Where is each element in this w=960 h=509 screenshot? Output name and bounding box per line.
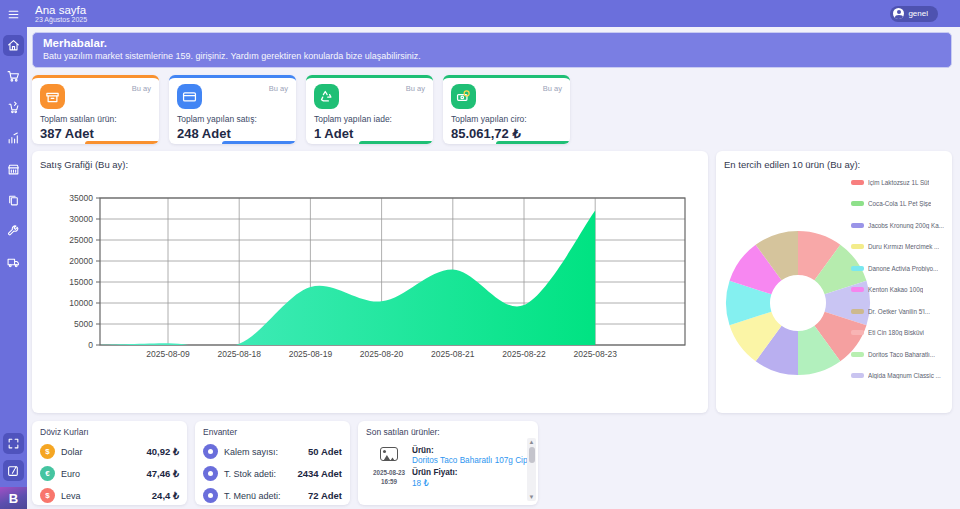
legend-item[interactable]: Coca-Cola 1L Pet Şişe [851,199,947,209]
scrollbar-thumb[interactable] [529,447,535,463]
product-label: Ürün: [412,446,532,455]
stat-card-sales: Bu ay Toplam yapılan satış: 248 Adet [169,75,296,144]
return-cart-icon [7,101,20,114]
inventory-value: 72 Adet [308,490,342,501]
svg-text:2025-08-21: 2025-08-21 [431,349,475,359]
legend-swatch [851,330,864,335]
stat-card-returns: Bu ay Toplam yapılan iade: 1 Adet [306,75,433,144]
bullet-dot-icon [203,488,218,503]
inventory-row: T. Menü adeti: 72 Adet [203,488,342,503]
stat-label: Toplam yapılan ciro: [451,114,562,124]
sidebar-item-store[interactable] [3,159,24,180]
page-title: Ana sayfa [35,4,87,16]
stat-value: 1 Adet [314,126,425,141]
money-icon [451,84,476,109]
stat-value: 248 Adet [177,126,288,141]
svg-text:2025-08-18: 2025-08-18 [217,349,261,359]
legend-item[interactable]: Eti Cin 180g Bisküvi [851,328,947,338]
sidebar-item-delivery[interactable] [3,252,24,273]
stat-label: Toplam yapılan satış: [177,114,288,124]
top10-panel: En tercih edilen 10 ürün (Bu ay): İçim L… [716,151,952,413]
store-icon [7,163,20,176]
currency-row-dolar: $ Dolar 40,92 ₺ [40,444,179,459]
stat-accent-bar [359,141,433,144]
inventory-title: Envanter [203,427,342,437]
legend-label: Jacobs Kronung 200g Ka... [868,222,944,229]
scroll-down-button[interactable]: ▼ [527,493,536,501]
currency-name: Euro [61,469,80,479]
currency-value: 47,46 ₺ [147,468,179,479]
legend-item[interactable]: Kenton Kakao 100g [851,285,947,295]
period-badge: Bu ay [406,84,425,93]
copy-icon [7,194,20,207]
inventory-label: T. Menü adeti: [224,491,281,501]
price-link[interactable]: 18 ₺ [412,478,532,488]
legend-label: Eti Cin 180g Bisküvi [868,329,924,336]
sidebar-item-returns[interactable] [3,97,24,118]
fullscreen-button[interactable] [3,433,24,454]
menu-icon[interactable] [3,4,24,25]
svg-text:2025-08-20: 2025-08-20 [360,349,404,359]
inventory-value: 2434 Adet [297,468,342,479]
legend-item[interactable]: İçim Laktozsuz 1L Süt [851,177,947,187]
legend-item[interactable]: Dr. Oetker Vanilin 5'l... [851,306,947,316]
stat-accent-bar [222,141,296,144]
euro-coin-icon: € [40,466,55,481]
stat-label: Toplam satılan ürün: [40,114,151,124]
scroll-up-button[interactable]: ▲ [527,438,536,446]
legend-label: Doritos Taco Baharatlı... [868,351,935,358]
currency-value: 40,92 ₺ [147,446,179,457]
cart-icon [7,70,20,83]
inventory-row: T. Stok adeti: 2434 Adet [203,466,342,481]
sidebar-item-sales[interactable] [3,66,24,87]
product-link[interactable]: Doritos Taco Baharatlı 107g Cips [412,456,532,465]
legend-swatch [851,244,864,249]
stat-value: 85.061,72 ₺ [451,126,562,141]
sidebar-item-home[interactable] [3,35,24,56]
sidebar-item-statistics[interactable] [3,128,24,149]
sidebar-item-documents[interactable] [3,190,24,211]
sidebar-item-settings[interactable] [3,221,24,242]
legend-label: Kenton Kakao 100g [868,286,923,293]
inventory-label: T. Stok adeti: [224,469,276,479]
scrollbar[interactable]: ▲ ▼ [527,438,536,501]
svg-text:0: 0 [88,340,93,350]
legend-item[interactable]: Algida Magnum Classic ... [851,371,947,381]
fullscreen-icon [7,437,20,450]
stats-icon [7,132,20,145]
dollar-coin-icon: $ [40,444,55,459]
sidebar: B [0,0,27,509]
legend-label: İçim Laktozsuz 1L Süt [868,179,929,186]
stat-cards-row: Bu ay Toplam satılan ürün: 387 Adet Bu a… [32,75,952,144]
legend-label: Coca-Cola 1L Pet Şişe [868,200,931,207]
currency-name: Dolar [61,447,83,457]
price-label: Ürün Fiyatı: [412,468,532,477]
top10-legend: İçim Laktozsuz 1L SütCoca-Cola 1L Pet Şi… [851,177,947,392]
currency-row-leva: $ Leva 24,4 ₺ [40,488,179,503]
currency-card: Döviz Kurları $ Dolar 40,92 ₺ € Euro 47,… [32,421,187,505]
svg-text:25000: 25000 [69,235,93,245]
legend-swatch [851,352,864,357]
product-image-icon [380,447,398,461]
legend-item[interactable]: Doritos Taco Baharatlı... [851,349,947,359]
legend-label: Duru Kırmızı Mercimek ... [868,243,939,250]
currency-row-euro: € Euro 47,46 ₺ [40,466,179,481]
edit-button[interactable] [3,460,24,481]
box-icon [40,84,65,109]
sales-chart-title: Satış Grafiği (Bu ay): [40,159,700,170]
bullet-dot-icon [203,466,218,481]
sales-area-chart: 050001000015000200002500030000350002025-… [40,170,700,370]
profile-button[interactable]: genel [890,6,938,22]
inventory-label: Kalem sayısı: [224,447,278,457]
page-date: 23 Ağustos 2025 [35,16,87,23]
truck-icon [7,256,20,269]
legend-swatch [851,266,864,271]
svg-text:5000: 5000 [74,319,93,329]
legend-item[interactable]: Danone Activia Probiyo... [851,263,947,273]
legend-item[interactable]: Jacobs Kronung 200g Ka... [851,220,947,230]
legend-item[interactable]: Duru Kırmızı Mercimek ... [851,242,947,252]
profile-label: genel [908,9,928,18]
svg-text:15000: 15000 [69,277,93,287]
app-logo[interactable]: B [0,487,27,509]
sales-chart-panel: Satış Grafiği (Bu ay): 05000100001500020… [32,151,708,413]
